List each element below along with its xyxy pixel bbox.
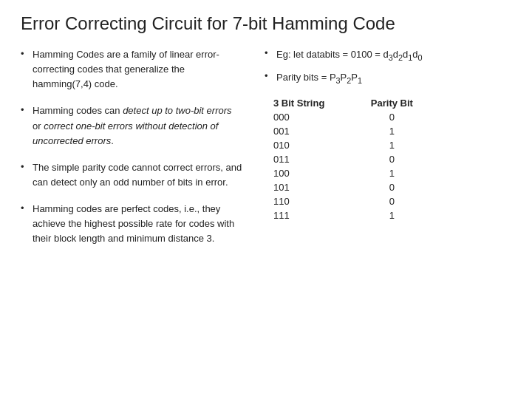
- table-row: 0101: [265, 138, 427, 152]
- table-row: 1111: [265, 208, 427, 222]
- table-cell-parity: 1: [344, 166, 427, 180]
- table-cell-bits: 111: [265, 208, 344, 222]
- right-bullet-1: • Eg: let databits = 0100 = d3d2d1d0: [265, 47, 511, 64]
- bullet-text-2: Hamming codes can detect up to two-bit e…: [33, 103, 242, 148]
- table-cell-parity: 0: [344, 180, 427, 194]
- bullet-1: • Hamming Codes are a family of linear e…: [21, 47, 242, 92]
- table-row: 0011: [265, 124, 427, 138]
- bullet-dot-2: •: [21, 104, 33, 115]
- right-bullet-text-1: Eg: let databits = 0100 = d3d2d1d0: [276, 47, 423, 64]
- bullet-text-3: The simple parity code cannot correct er…: [33, 160, 242, 190]
- table-cell-bits: 011: [265, 152, 344, 166]
- bullet-2: • Hamming codes can detect up to two-bit…: [21, 103, 242, 148]
- right-column: • Eg: let databits = 0100 = d3d2d1d0 • P…: [250, 47, 511, 259]
- left-column: • Hamming Codes are a family of linear e…: [21, 47, 250, 259]
- table-cell-parity: 0: [344, 152, 427, 166]
- table-row: 1100: [265, 194, 427, 208]
- table-header-bits: 3 Bit String: [265, 96, 344, 110]
- table-cell-bits: 110: [265, 194, 344, 208]
- table-row: 1001: [265, 166, 427, 180]
- table-row: 0110: [265, 152, 427, 166]
- table-cell-bits: 100: [265, 166, 344, 180]
- right-bullet-text-2: Parity bits = P3P2P1: [276, 70, 362, 87]
- table-cell-parity: 0: [344, 110, 427, 124]
- page-title: Error Correcting Circuit for 7-bit Hammi…: [21, 13, 511, 34]
- table-cell-bits: 000: [265, 110, 344, 124]
- table-cell-bits: 001: [265, 124, 344, 138]
- table-row: 0000: [265, 110, 427, 124]
- table-cell-parity: 1: [344, 208, 427, 222]
- bullet-text-4: Hamming codes are perfect codes, i.e., t…: [33, 202, 242, 246]
- bullet-dot-4: •: [21, 202, 33, 214]
- right-bullet-dot-2: •: [265, 70, 276, 81]
- parity-table: 3 Bit String Parity Bit 0000001101010110…: [265, 96, 427, 222]
- table-cell-parity: 1: [344, 124, 427, 138]
- table-cell-bits: 101: [265, 180, 344, 194]
- right-bullet-2: • Parity bits = P3P2P1: [265, 70, 511, 87]
- table-cell-parity: 0: [344, 194, 427, 208]
- table-row: 1010: [265, 180, 427, 194]
- table-header-parity: Parity Bit: [344, 96, 427, 110]
- bullet-3: • The simple parity code cannot correct …: [21, 160, 242, 190]
- right-bullet-dot-1: •: [265, 47, 276, 58]
- table-cell-parity: 1: [344, 138, 427, 152]
- bullet-dot-3: •: [21, 161, 33, 172]
- bullet-4: • Hamming codes are perfect codes, i.e.,…: [21, 202, 242, 246]
- bullet-text-1: Hamming Codes are a family of linear err…: [33, 47, 242, 92]
- bullet-dot-1: •: [21, 48, 33, 59]
- table-cell-bits: 010: [265, 138, 344, 152]
- right-bullets: • Eg: let databits = 0100 = d3d2d1d0 • P…: [265, 47, 511, 87]
